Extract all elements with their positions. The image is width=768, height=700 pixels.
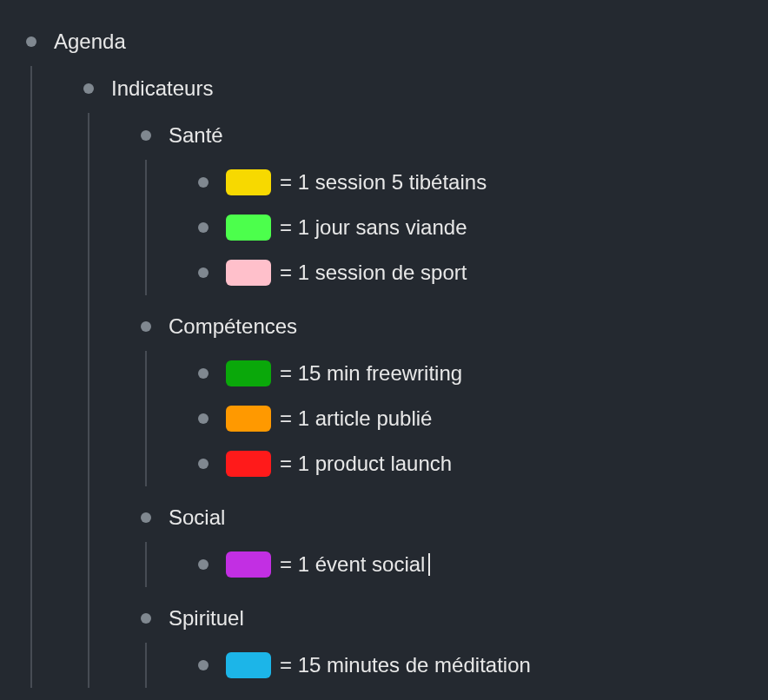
outline-row[interactable]: Indicateurs bbox=[83, 66, 768, 111]
list-item[interactable]: = 15 minutes de méditation bbox=[198, 643, 768, 688]
node-title: Santé bbox=[169, 123, 223, 148]
outline-row[interactable]: = 15 minutes de méditation bbox=[198, 643, 768, 688]
outline-row[interactable]: = 15 min freewriting bbox=[198, 351, 768, 396]
item-text: = 15 minutes de méditation bbox=[280, 653, 531, 677]
outline-node-spirituel[interactable]: Spirituel = 15 minutes de méditation bbox=[141, 596, 768, 688]
node-title: Social bbox=[169, 505, 225, 530]
outline-row[interactable]: Social bbox=[141, 495, 768, 540]
bullet-icon[interactable] bbox=[198, 660, 209, 670]
item-text: = 1 session de sport bbox=[280, 261, 467, 285]
color-swatch bbox=[226, 169, 271, 195]
bullet-icon[interactable] bbox=[83, 83, 94, 94]
bullet-icon[interactable] bbox=[198, 459, 209, 469]
list-item[interactable]: = 15 min freewriting bbox=[198, 351, 768, 396]
outline-row[interactable]: = 1 jour sans viande bbox=[198, 205, 768, 250]
bullet-icon[interactable] bbox=[198, 368, 209, 379]
outline-row[interactable]: Compétences bbox=[141, 304, 768, 349]
bullet-icon[interactable] bbox=[198, 559, 209, 570]
color-swatch bbox=[226, 652, 271, 678]
item-text: = 1 product launch bbox=[280, 452, 452, 476]
list-item[interactable]: = 1 product launch bbox=[198, 441, 768, 486]
node-title: Spirituel bbox=[169, 606, 244, 631]
outline-node-competences[interactable]: Compétences = 15 min freewriting bbox=[141, 304, 768, 486]
outline-row[interactable]: Santé bbox=[141, 113, 768, 158]
outline-row[interactable]: = 1 évent social bbox=[198, 542, 768, 587]
color-swatch bbox=[226, 260, 271, 286]
list-item[interactable]: = 1 session 5 tibétains bbox=[198, 160, 768, 205]
text-cursor-icon bbox=[428, 553, 430, 576]
bullet-icon[interactable] bbox=[141, 130, 151, 141]
outline-node-sante[interactable]: Santé = 1 session 5 tibétains bbox=[141, 113, 768, 295]
list-item[interactable]: = 1 jour sans viande bbox=[198, 205, 768, 250]
node-title: Compétences bbox=[169, 314, 297, 339]
bullet-icon[interactable] bbox=[198, 267, 209, 278]
list-item[interactable]: = 1 évent social bbox=[198, 542, 768, 587]
outline-row[interactable]: = 1 session de sport bbox=[198, 250, 768, 295]
outline-node-social[interactable]: Social = 1 évent social bbox=[141, 495, 768, 587]
outline-row[interactable]: Agenda bbox=[26, 19, 768, 64]
bullet-icon[interactable] bbox=[141, 321, 151, 332]
item-text: = 1 session 5 tibétains bbox=[280, 170, 487, 195]
outline-node-agenda[interactable]: Agenda Indicateurs Santé bbox=[26, 19, 768, 688]
list-item[interactable]: = 1 article publié bbox=[198, 396, 768, 441]
item-text: = 1 article publié bbox=[280, 406, 432, 431]
node-title: Indicateurs bbox=[111, 76, 213, 101]
list-item[interactable]: = 1 session de sport bbox=[198, 250, 768, 295]
outline-node-indicateurs[interactable]: Indicateurs Santé bbox=[83, 66, 768, 688]
outline-row[interactable]: = 1 product launch bbox=[198, 441, 768, 486]
bullet-icon[interactable] bbox=[198, 222, 209, 233]
bullet-icon[interactable] bbox=[198, 413, 209, 424]
item-text: = 1 jour sans viande bbox=[280, 215, 467, 240]
item-text: = 15 min freewriting bbox=[280, 361, 462, 386]
color-swatch bbox=[226, 551, 271, 578]
outline-row[interactable]: = 1 article publié bbox=[198, 396, 768, 441]
color-swatch bbox=[226, 360, 271, 386]
bullet-icon[interactable] bbox=[141, 512, 151, 523]
outline-row[interactable]: = 1 session 5 tibétains bbox=[198, 160, 768, 205]
color-swatch bbox=[226, 451, 271, 477]
bullet-icon[interactable] bbox=[26, 36, 36, 47]
item-text: = 1 évent social bbox=[280, 552, 425, 577]
bullet-icon[interactable] bbox=[141, 613, 151, 624]
outline-row[interactable]: Spirituel bbox=[141, 596, 768, 641]
color-swatch bbox=[226, 406, 271, 432]
color-swatch bbox=[226, 215, 271, 241]
bullet-icon[interactable] bbox=[198, 177, 209, 188]
node-title: Agenda bbox=[54, 30, 126, 54]
